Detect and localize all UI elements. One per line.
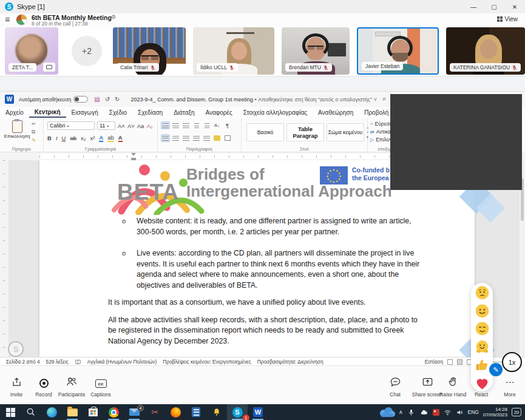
relieved-emoji[interactable] bbox=[475, 321, 490, 336]
style-normal[interactable]: Βασικό bbox=[246, 123, 284, 141]
language-indicator[interactable]: ENG bbox=[468, 409, 479, 415]
multilevel-list-button[interactable] bbox=[181, 121, 191, 129]
print-layout-button[interactable] bbox=[457, 359, 462, 365]
tab-review[interactable]: Αναθεώρηση bbox=[313, 108, 359, 117]
clear-format-button[interactable]: A₀ bbox=[146, 123, 152, 129]
custom-reaction-pencil-button[interactable]: ✎ bbox=[489, 363, 503, 376]
overflow-participants-button[interactable]: +2 bbox=[72, 36, 102, 66]
search-icon[interactable]: ⌕ bbox=[382, 95, 386, 103]
borders-button[interactable] bbox=[223, 134, 232, 142]
more-button[interactable]: ⋯ More bbox=[490, 374, 525, 398]
text-predictions[interactable]: Προβλέψεις κειμένου: Ενεργοποιημένες bbox=[163, 359, 251, 365]
thumbs-up-emoji[interactable] bbox=[475, 357, 490, 373]
justify-button[interactable] bbox=[192, 134, 201, 142]
tab-home[interactable]: Κεντρική bbox=[29, 107, 66, 118]
style-table-paragraph[interactable]: Table Paragrap bbox=[286, 123, 324, 141]
tray-security-icon[interactable] bbox=[433, 409, 439, 416]
taskbar-calculator-button[interactable] bbox=[186, 404, 206, 420]
sort-button[interactable]: Α↓ bbox=[212, 121, 222, 129]
tray-expand-chevron[interactable]: ∧ bbox=[399, 409, 403, 415]
menu-icon[interactable]: ≡ bbox=[5, 15, 15, 24]
font-color-button[interactable]: A bbox=[118, 134, 123, 142]
redo-icon[interactable]: ↻ bbox=[115, 96, 120, 103]
tab-references[interactable]: Αναφορές bbox=[200, 108, 238, 117]
strikethrough-button[interactable]: ab bbox=[70, 135, 76, 141]
proofing-icon[interactable] bbox=[75, 359, 81, 365]
tab-file[interactable]: Αρχείο bbox=[0, 108, 29, 117]
shading-button[interactable] bbox=[212, 134, 222, 142]
read-mode-button[interactable] bbox=[447, 359, 453, 365]
share-zoom-level-badge[interactable]: 1x bbox=[502, 352, 522, 372]
participant-tile-ildiko[interactable]: Ildiko UCLL bbox=[193, 27, 274, 75]
align-left-button[interactable] bbox=[161, 134, 170, 142]
copy-icon[interactable]: ⧉ bbox=[32, 129, 36, 135]
tab-view[interactable]: Προβολή bbox=[359, 108, 394, 117]
gear-icon[interactable]: ⚙ bbox=[111, 14, 116, 20]
decrease-indent-button[interactable] bbox=[192, 121, 201, 129]
align-center-button[interactable] bbox=[171, 134, 180, 142]
smiling-emoji[interactable] bbox=[475, 303, 490, 319]
taskbar-snipping-button[interactable]: ✂ bbox=[144, 404, 165, 420]
participant-tile-catia[interactable]: Catia Trinari bbox=[113, 27, 186, 75]
autosave-toggle[interactable] bbox=[73, 96, 88, 103]
participant-tile-katerina[interactable]: KATERINA GANATSIOU bbox=[446, 27, 525, 75]
captions-button[interactable]: cc Captions bbox=[81, 374, 120, 398]
close-button[interactable]: ✕ bbox=[504, 0, 525, 13]
font-name-select[interactable]: Calibri▾ bbox=[47, 121, 95, 130]
focus-mode-button[interactable]: Εστίαση bbox=[425, 359, 443, 365]
document-body[interactable]: o Website content: it is ready, and one … bbox=[39, 216, 475, 347]
wifi-icon[interactable] bbox=[444, 408, 452, 416]
text-effects-button[interactable]: A bbox=[99, 134, 103, 142]
numbering-button[interactable] bbox=[171, 121, 180, 129]
heart-react-icon[interactable] bbox=[474, 375, 490, 391]
tab-layout[interactable]: Διάταξη bbox=[168, 108, 200, 117]
tray-microphone-icon[interactable] bbox=[407, 408, 415, 416]
align-right-button[interactable] bbox=[181, 134, 191, 142]
taskbar-edge-button[interactable] bbox=[41, 404, 62, 420]
hugging-emoji[interactable] bbox=[475, 339, 490, 354]
taskbar-chrome-button[interactable] bbox=[103, 404, 124, 420]
line-spacing-button[interactable] bbox=[202, 134, 211, 142]
worried-emoji[interactable] bbox=[475, 285, 490, 300]
cut-icon[interactable]: ✂ bbox=[32, 121, 36, 127]
indent-markers[interactable] bbox=[131, 153, 136, 160]
onedrive-cloud-icon[interactable] bbox=[419, 408, 428, 416]
taskbar-explorer-button[interactable] bbox=[62, 404, 83, 420]
shrink-font-button[interactable]: A˅ bbox=[127, 123, 135, 129]
underline-button[interactable]: U bbox=[62, 135, 66, 141]
taskbar-notifications-app-button[interactable] bbox=[206, 404, 227, 420]
page-indicator[interactable]: Σελίδα 2 από 4 bbox=[6, 359, 40, 365]
taskbar-mail-button[interactable]: 4 bbox=[124, 404, 144, 420]
accessibility-status[interactable]: Προσβασιμότητα: Διερεύνηση bbox=[257, 359, 323, 365]
clock[interactable]: 14:28 07/09/2023 bbox=[483, 407, 507, 418]
word-count[interactable]: 529 λέξεις bbox=[46, 359, 69, 365]
pilcrow-button[interactable]: ¶ bbox=[223, 121, 232, 129]
highlight-button[interactable]: ab bbox=[107, 134, 114, 142]
taskbar-word-button[interactable]: W bbox=[248, 404, 268, 420]
subscript-button[interactable]: x₂ bbox=[81, 135, 86, 141]
view-button[interactable]: View bbox=[497, 16, 518, 22]
notification-count-badge[interactable]: 20 bbox=[512, 408, 521, 416]
participant-tile-javier-active-speaker[interactable]: Javier Esteban bbox=[357, 27, 439, 75]
paste-button[interactable]: Επικόλληση bbox=[4, 120, 30, 139]
tab-insert[interactable]: Εισαγωγή bbox=[66, 108, 104, 117]
tab-design[interactable]: Σχέδιο bbox=[104, 108, 132, 117]
bullets-button[interactable] bbox=[161, 121, 170, 129]
tab-mailings[interactable]: Στοιχεία αλληλογραφίας bbox=[238, 108, 313, 117]
save-icon[interactable]: ▤ bbox=[94, 96, 100, 103]
language-indicator[interactable]: Αγγλικά (Ηνωμένων Πολιτειών) bbox=[87, 359, 157, 365]
font-size-select[interactable]: 11▾ bbox=[97, 121, 115, 130]
grow-font-button[interactable]: A˄ bbox=[118, 123, 125, 129]
participant-tile-zeta[interactable]: ZETA T... bbox=[5, 27, 58, 75]
style-body-text[interactable]: Σώμα κειμένου bbox=[327, 123, 364, 141]
start-button[interactable] bbox=[0, 404, 21, 420]
format-painter-icon[interactable]: ✎ bbox=[32, 137, 36, 143]
undo-icon[interactable]: ↺ bbox=[105, 96, 110, 103]
tab-draw[interactable]: Σχεδίαση bbox=[132, 108, 168, 117]
participant-tile-brendan[interactable]: Brendan MTU bbox=[282, 27, 350, 75]
taskbar-firefox-button[interactable] bbox=[165, 404, 186, 420]
superscript-button[interactable]: x² bbox=[90, 135, 95, 141]
weather-widget-icon[interactable] bbox=[378, 406, 396, 418]
italic-button[interactable]: I bbox=[56, 135, 58, 141]
taskbar-store-button[interactable] bbox=[83, 404, 103, 420]
